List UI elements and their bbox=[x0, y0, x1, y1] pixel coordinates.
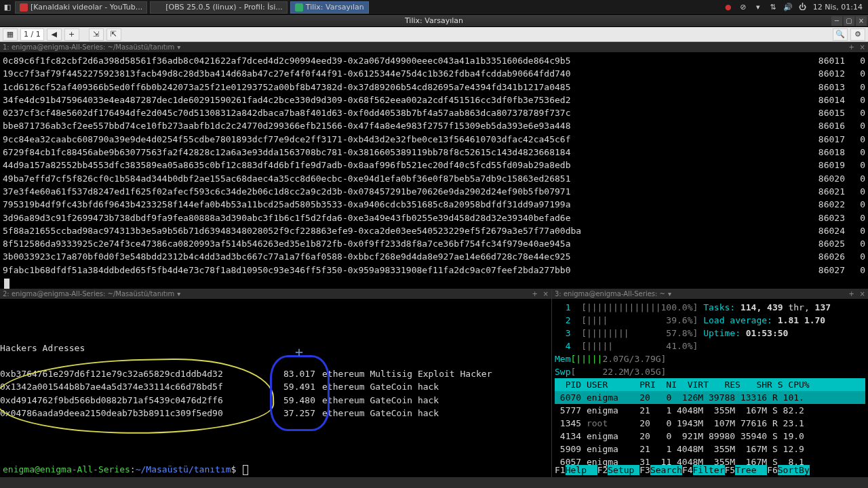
add-button[interactable]: + bbox=[64, 28, 79, 41]
htop-fkeys[interactable]: F1Help F2Setup F3SearchF4FilterF5Tree F6… bbox=[555, 464, 865, 476]
htop-process-row[interactable]: 1345 root 20 0 1943M 107M 77616 R 23.1 bbox=[555, 417, 865, 430]
chevron-down-icon[interactable]: ▾ bbox=[177, 43, 180, 51]
cursor-crosshair-icon: + bbox=[295, 346, 303, 359]
top-terminal[interactable]: 0c89c6f1fc82cbf2d6a398d58561f36adb8c0421… bbox=[0, 53, 868, 289]
split-right-button[interactable]: ⇱ bbox=[106, 28, 121, 41]
sidebar-toggle-button[interactable]: ▦ bbox=[3, 28, 18, 41]
no-entry-icon[interactable]: ⊘ bbox=[738, 3, 748, 12]
pane-add-button[interactable]: + bbox=[849, 290, 854, 298]
hash-row: 8f512586da9333925c2e74f3ce47386ca0820993… bbox=[3, 237, 865, 250]
hash-row: 0c89c6f1fc82cbf2d6a398d58561f36adb8c0421… bbox=[3, 54, 865, 67]
hash-row: 3d96a89d3c91f2699473b738dbdf9fa9fea80888… bbox=[3, 211, 865, 224]
session-counter: 1 / 1 bbox=[20, 28, 44, 41]
task-tilix[interactable]: Tilix: Varsayılan bbox=[290, 1, 369, 14]
tilix-toolbar: ▦ 1 / 1 ◀ + ⇲ ⇱ 🔍 ⚙ bbox=[0, 27, 868, 42]
htop-process-row[interactable]: 6070 enigma 20 0 126M 39788 13316 R 101. bbox=[555, 391, 865, 404]
hash-row: 19cc7f3af79f4452275923813facb49d8c28d3ba… bbox=[3, 67, 865, 80]
hash-row: 3b0033923c17a870bf0d0f3e548bdd2312b4c4dd… bbox=[3, 250, 865, 263]
hash-row: 34fe4dc91b475964033e4ea487287dec1de60291… bbox=[3, 94, 865, 106]
prev-button[interactable]: ◀ bbox=[47, 28, 62, 41]
hash-row: 37e3f4e60a61f537d8247ed1f625f02afecf593c… bbox=[3, 185, 865, 198]
right-pane-tab[interactable]: 3: enigma@enigma-All-Series: ~▾ + × bbox=[552, 289, 868, 300]
volume-icon[interactable]: 🔊 bbox=[783, 3, 793, 12]
right-terminal-htop[interactable]: 1 [||||||||||||||100.0%] Tasks: 114, 439… bbox=[552, 300, 868, 477]
pane-close-button[interactable]: × bbox=[860, 43, 865, 51]
task-youtube[interactable]: [Kanaldaki videolar - YouTub... bbox=[15, 1, 147, 14]
hash-row: 795319b4df9fc43bfd6f9643b4233258f144efa0… bbox=[3, 198, 865, 211]
power-icon[interactable]: ⏻ bbox=[798, 3, 808, 12]
os-taskbar: ◧ [Kanaldaki videolar - YouTub... [OBS 2… bbox=[0, 0, 868, 15]
clock[interactable]: 12 Nis, 01:14 bbox=[813, 3, 863, 12]
window-title: Tilix: Varsayılan bbox=[405, 16, 463, 25]
close-button[interactable]: × bbox=[856, 16, 867, 26]
hash-row: 5f88a21655ccbad98ac974313b3e5a9b56b71d63… bbox=[3, 224, 865, 237]
window-titlebar: Tilix: Varsayılan − ▢ × bbox=[0, 15, 868, 27]
hacker-row: 0x04786aada9deea2150deab7b3b8911c309f5ed… bbox=[0, 407, 439, 420]
caret-icon[interactable]: ▾ bbox=[753, 3, 763, 12]
left-terminal[interactable]: Hackers Adresses 0xb3764761e297d6f121e79… bbox=[0, 300, 551, 477]
hash-row: 6729f84cb1fc88456abe9b63077563fa2f42828c… bbox=[3, 146, 865, 159]
htop-process-row[interactable]: 4134 enigma 20 0 921M 89980 35940 S 19.0 bbox=[555, 430, 865, 443]
htop-header: PID USER PRI NI VIRT RES SHR S CPU% bbox=[555, 378, 865, 391]
htop-process-row[interactable]: 5909 enigma 21 1 4048M 355M 167M S 12.9 bbox=[555, 443, 865, 455]
hash-row: 44d9a157a82552bb4553dfc383589ea05a8635c0… bbox=[3, 159, 865, 171]
hash-row: 49ba7effd7cf5f826cf0c1b584ad344b0dbf2ae1… bbox=[3, 172, 865, 185]
wifi-icon[interactable]: ⇅ bbox=[768, 3, 778, 12]
settings-button[interactable]: ⚙ bbox=[850, 28, 865, 41]
maximize-button[interactable]: ▢ bbox=[844, 16, 854, 26]
menu-icon[interactable]: ◧ bbox=[3, 3, 12, 12]
hacker-row: 0xd4914762f9bd566bd0882b71af5439c0476d2f… bbox=[0, 394, 439, 407]
hash-row: bbe871736ab3cf2ee557bbd74ce10fb273aabfb1… bbox=[3, 119, 865, 132]
hash-row: 0237cf3cf48e5602df176494dfe2d045c70d5130… bbox=[3, 106, 865, 119]
hash-row: 9fabc1b68dfdf51a384ddbded65f5fb4d4e73c78… bbox=[3, 264, 865, 277]
chevron-down-icon[interactable]: ▾ bbox=[177, 290, 180, 298]
left-pane-tab[interactable]: 2: enigma@enigma-All-Series: ~/Masaüstü/… bbox=[0, 289, 551, 300]
pane-add-button[interactable]: + bbox=[849, 43, 854, 51]
chevron-down-icon[interactable]: ▾ bbox=[668, 290, 671, 298]
search-button[interactable]: 🔍 bbox=[833, 28, 848, 41]
shell-prompt: enigma@enigma-All-Series:~/Masaüstü/tanı… bbox=[3, 463, 248, 476]
pane-close-button[interactable]: × bbox=[543, 290, 549, 298]
hacker-row: 0xb3764761e297d6f121e79c32a65829cd1ddb4d… bbox=[0, 367, 492, 380]
hash-row: 1cd6126cf52af409366b5ed0ff6b0b242073a25f… bbox=[3, 81, 865, 94]
minimize-button[interactable]: − bbox=[831, 16, 842, 26]
split-down-button[interactable]: ⇲ bbox=[89, 28, 104, 41]
top-pane-tab[interactable]: 1: enigma@enigma-All-Series: ~/Masaüstü/… bbox=[0, 42, 868, 53]
task-obs[interactable]: [OBS 25.0.5 (linux) - Profil: İsi... bbox=[150, 1, 288, 14]
pane-close-button[interactable]: × bbox=[860, 290, 865, 298]
hash-row: 9cc84ea32caabc608790a39e9de4d0254f55cdbe… bbox=[3, 133, 865, 146]
record-icon[interactable]: ● bbox=[724, 3, 733, 12]
htop-process-row[interactable]: 5777 enigma 21 1 4048M 355M 167M S 82.2 bbox=[555, 404, 865, 417]
hackers-title: Hackers Adresses bbox=[0, 342, 85, 354]
pane-add-button[interactable]: + bbox=[532, 290, 538, 298]
hacker-row: 0x1342a001544b8b7ae4a5d374e33114c66d78bd… bbox=[0, 380, 439, 393]
